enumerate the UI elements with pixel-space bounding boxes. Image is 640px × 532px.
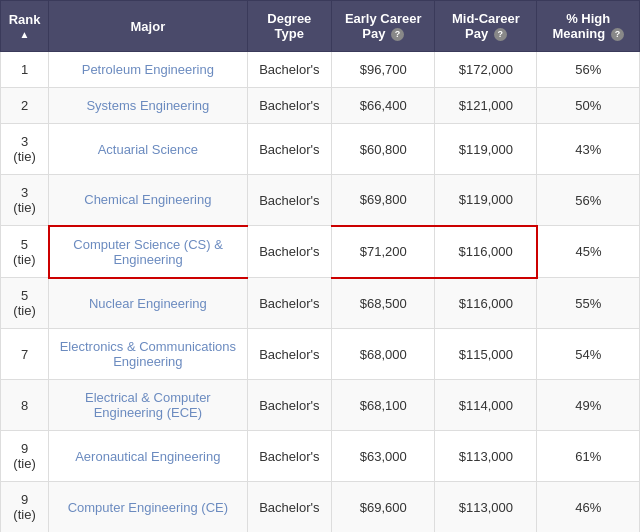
degree-cell: Bachelor's (247, 124, 331, 175)
mid-pay-cell: $121,000 (435, 88, 537, 124)
major-cell: Nuclear Engineering (49, 278, 248, 329)
table-row: 8Electrical & Computer Engineering (ECE)… (1, 380, 640, 431)
meaning-cell: 56% (537, 52, 640, 88)
meaning-cell: 50% (537, 88, 640, 124)
table-body: 1Petroleum EngineeringBachelor's$96,700$… (1, 52, 640, 532)
table-row: 2Systems EngineeringBachelor's$66,400$12… (1, 88, 640, 124)
early-pay-info-icon: ? (391, 28, 404, 41)
meaning-cell: 46% (537, 482, 640, 532)
degree-cell: Bachelor's (247, 52, 331, 88)
early-pay-cell: $96,700 (332, 52, 435, 88)
meaning-cell: 49% (537, 380, 640, 431)
degree-cell: Bachelor's (247, 329, 331, 380)
major-cell: Electrical & Computer Engineering (ECE) (49, 380, 248, 431)
degree-cell: Bachelor's (247, 226, 331, 278)
degree-cell: Bachelor's (247, 380, 331, 431)
meaning-cell: 61% (537, 431, 640, 482)
degree-header: Degree Type (247, 1, 331, 52)
table-header-row: Rank ▲ Major Degree Type Early Career Pa… (1, 1, 640, 52)
mid-pay-cell: $119,000 (435, 124, 537, 175)
mid-pay-cell: $113,000 (435, 431, 537, 482)
rank-cell: 3 (tie) (1, 175, 49, 226)
rank-cell: 9 (tie) (1, 482, 49, 532)
major-cell: Systems Engineering (49, 88, 248, 124)
degree-cell: Bachelor's (247, 431, 331, 482)
early-pay-cell: $63,000 (332, 431, 435, 482)
major-header: Major (49, 1, 248, 52)
table-row: 9 (tie)Aeronautical EngineeringBachelor'… (1, 431, 640, 482)
rank-cell: 3 (tie) (1, 124, 49, 175)
table-row: 7Electronics & Communications Engineerin… (1, 329, 640, 380)
early-pay-cell: $68,000 (332, 329, 435, 380)
degree-cell: Bachelor's (247, 88, 331, 124)
rank-cell: 5 (tie) (1, 226, 49, 278)
mid-pay-cell: $115,000 (435, 329, 537, 380)
meaning-cell: 54% (537, 329, 640, 380)
sort-arrow: ▲ (7, 29, 42, 40)
meaning-cell: 43% (537, 124, 640, 175)
degree-cell: Bachelor's (247, 278, 331, 329)
mid-pay-cell: $116,000 (435, 278, 537, 329)
major-cell: Chemical Engineering (49, 175, 248, 226)
major-label: Major (131, 19, 166, 34)
mid-pay-header: Mid-Career Pay ? (435, 1, 537, 52)
mid-pay-cell: $114,000 (435, 380, 537, 431)
meaning-cell: 55% (537, 278, 640, 329)
rank-cell: 8 (1, 380, 49, 431)
table-row: 1Petroleum EngineeringBachelor's$96,700$… (1, 52, 640, 88)
degree-cell: Bachelor's (247, 175, 331, 226)
table-row: 3 (tie)Actuarial ScienceBachelor's$60,80… (1, 124, 640, 175)
rank-cell: 2 (1, 88, 49, 124)
degree-cell: Bachelor's (247, 482, 331, 532)
table-row: 3 (tie)Chemical EngineeringBachelor's$69… (1, 175, 640, 226)
mid-pay-cell: $113,000 (435, 482, 537, 532)
mid-pay-cell: $119,000 (435, 175, 537, 226)
early-pay-cell: $68,500 (332, 278, 435, 329)
mid-pay-info-icon: ? (494, 28, 507, 41)
rank-cell: 5 (tie) (1, 278, 49, 329)
meaning-header: % High Meaning ? (537, 1, 640, 52)
early-pay-cell: $69,800 (332, 175, 435, 226)
mid-pay-cell: $116,000 (435, 226, 537, 278)
early-pay-cell: $66,400 (332, 88, 435, 124)
meaning-cell: 45% (537, 226, 640, 278)
salary-table: Rank ▲ Major Degree Type Early Career Pa… (0, 0, 640, 532)
meaning-cell: 56% (537, 175, 640, 226)
degree-label: Degree Type (267, 11, 311, 41)
major-cell: Computer Science (CS) & Engineering (49, 226, 248, 278)
rank-cell: 7 (1, 329, 49, 380)
major-cell: Electronics & Communications Engineering (49, 329, 248, 380)
major-cell: Actuarial Science (49, 124, 248, 175)
table-row: 5 (tie)Nuclear EngineeringBachelor's$68,… (1, 278, 640, 329)
rank-label: Rank (9, 12, 41, 27)
early-pay-cell: $71,200 (332, 226, 435, 278)
early-pay-cell: $69,600 (332, 482, 435, 532)
early-pay-cell: $68,100 (332, 380, 435, 431)
major-cell: Computer Engineering (CE) (49, 482, 248, 532)
major-cell: Aeronautical Engineering (49, 431, 248, 482)
early-pay-header: Early Career Pay ? (332, 1, 435, 52)
rank-cell: 1 (1, 52, 49, 88)
table-row: 5 (tie)Computer Science (CS) & Engineeri… (1, 226, 640, 278)
table-row: 9 (tie)Computer Engineering (CE)Bachelor… (1, 482, 640, 532)
major-cell: Petroleum Engineering (49, 52, 248, 88)
meaning-info-icon: ? (611, 28, 624, 41)
rank-header[interactable]: Rank ▲ (1, 1, 49, 52)
early-pay-cell: $60,800 (332, 124, 435, 175)
mid-pay-cell: $172,000 (435, 52, 537, 88)
rank-cell: 9 (tie) (1, 431, 49, 482)
